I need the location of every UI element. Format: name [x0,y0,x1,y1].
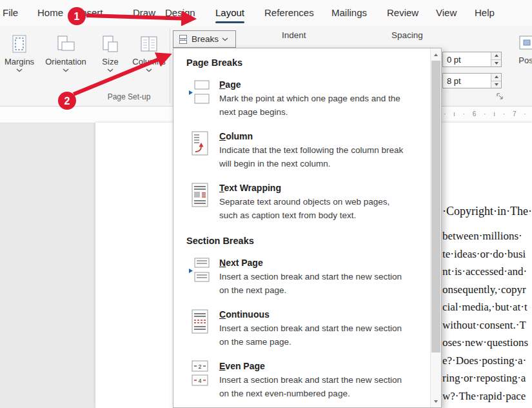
section-breaks-section-header: Section Breaks [186,236,424,246]
menu-item-text-wrapping[interactable]: Text Wrapping Separate text around objec… [185,178,424,227]
spinner-up-button[interactable] [491,74,501,81]
column-break-icon [188,130,211,156]
breaks-label: Breaks [192,34,219,44]
margins-icon [10,34,29,54]
menu-item-next-page[interactable]: Next Page Insert a section break and sta… [185,252,424,301]
document-line: between·millions· [442,227,532,245]
document-line: without·consent.·T [442,316,532,334]
spacing-after-value: 8 pt [443,76,491,86]
spinner-up-button[interactable] [491,52,501,59]
even-page-break-icon: 2 4 [188,360,211,386]
scrollbar-down-arrow[interactable] [431,396,441,407]
margins-label: Margins [5,57,34,66]
columns-label: Columns [132,57,165,66]
orientation-button[interactable]: Orientation [43,30,89,90]
size-button[interactable]: Size [94,30,126,90]
tab-review[interactable]: Review [387,0,419,26]
continuous-break-icon [188,309,211,334]
size-label: Size [102,57,118,66]
menu-item-desc: Insert a section break and start the new… [219,270,408,297]
word-window: File Home Insert Draw Design Layout Refe… [0,0,532,408]
menu-item-title: Column [219,131,408,141]
spacing-before-value: 0 pt [443,55,491,65]
breaks-dropdown-menu: Page Breaks Page Mark the point at which… [173,48,442,408]
menu-item-title: Page [219,79,408,90]
svg-text:2: 2 [198,363,201,370]
document-heading: ·Copyright·in·The·A [442,203,532,219]
tab-insert[interactable]: Insert [79,0,103,26]
menu-item-title: Even Page [219,361,408,371]
tab-view[interactable]: View [436,0,457,26]
tab-help[interactable]: Help [475,0,495,26]
size-icon [101,34,120,54]
menu-item-desc: Insert a section break and start the new… [219,321,408,349]
document-line: odelling·outdated [442,405,532,408]
breaks-icon [178,34,188,45]
document-line: onsequently,·copyr [442,281,532,299]
document-line: oses·new·questions [442,334,532,352]
page-break-icon [188,79,211,105]
menu-item-desc: Mark the point at which one page ends an… [219,92,408,119]
chevron-down-icon [63,68,69,72]
tab-layout[interactable]: Layout [215,0,244,26]
breaks-button[interactable]: Breaks [173,30,236,48]
menu-item-page[interactable]: Page Mark the point at which one page en… [185,74,424,123]
spinner-arrows [491,74,501,88]
spacing-label: Spacing [391,30,423,40]
chevron-down-icon [16,68,23,72]
scrollbar-thumb[interactable] [431,61,440,352]
next-page-break-icon [188,257,211,283]
chevron-down-icon [107,68,113,72]
ribbon-tab-bar: File Home Insert Draw Design Layout Refe… [0,0,532,26]
menu-item-even-page[interactable]: 2 4 Even Page Insert a section break and… [185,356,424,405]
page-breaks-section-header: Page Breaks [186,57,424,68]
document-line: e?·Does·posting·a· [442,352,532,370]
dialog-launcher-icon[interactable] [495,92,504,101]
menu-item-title: Text Wrapping [219,183,408,193]
menu-item-title: Continuous [219,309,408,320]
svg-text:4: 4 [198,378,201,384]
columns-button[interactable]: Columns [129,30,169,90]
page-setup-group-label: Page Set-up [87,92,171,101]
tab-references[interactable]: References [264,0,314,26]
tab-design[interactable]: Design [165,0,195,26]
columns-icon [139,34,159,54]
menu-item-desc: Separate text around objects on web page… [219,195,408,222]
orientation-label: Orientation [45,57,86,66]
document-line: cial·media,·but·at·t [442,298,532,316]
spacing-before-spinner[interactable]: 0 pt [442,52,502,67]
menu-item-column[interactable]: Column Indicate that the text following … [185,126,424,175]
spinner-down-button[interactable] [491,81,501,88]
margins-button[interactable]: Margins [1,30,37,90]
document-line: nt·is·accessed·and· [442,263,532,281]
breaks-menu-content: Page Breaks Page Mark the point at which… [173,48,430,407]
document-line: w?·The·rapid·pace [442,387,532,405]
menu-item-continuous[interactable]: Continuous Insert a section break and st… [185,304,424,353]
indent-label: Indent [282,30,306,40]
position-button[interactable]: Posi [512,35,532,65]
ruler-marks: · ı · 6 · ı · 7 · ı · 8 · [444,110,532,117]
tab-file[interactable]: File [3,0,18,26]
scrollbar[interactable] [430,48,441,407]
spinner-down-button[interactable] [491,59,501,67]
position-label: Posi [518,56,532,65]
chevron-down-icon [222,37,228,41]
spinner-arrows [491,52,501,66]
position-icon [518,35,532,52]
document-line: te·ideas·or·do·busi [442,245,532,263]
orientation-icon [56,34,75,54]
document-text[interactable]: ·Copyright·in·The·A between·millions· te… [442,203,532,408]
text-wrapping-break-icon [188,182,211,208]
chevron-down-icon [146,68,152,72]
scrollbar-up-arrow[interactable] [431,49,441,60]
spacing-after-spinner[interactable]: 8 pt [442,73,502,88]
menu-item-desc: Insert a section break and start the new… [219,373,408,400]
tab-home[interactable]: Home [37,0,63,26]
menu-item-desc: Indicate that the text following the col… [219,143,408,170]
tab-draw[interactable]: Draw [133,0,155,26]
document-line: ring·or·reposting·a [442,369,532,387]
tab-mailings[interactable]: Mailings [331,0,367,26]
menu-item-title: Next Page [219,258,408,268]
